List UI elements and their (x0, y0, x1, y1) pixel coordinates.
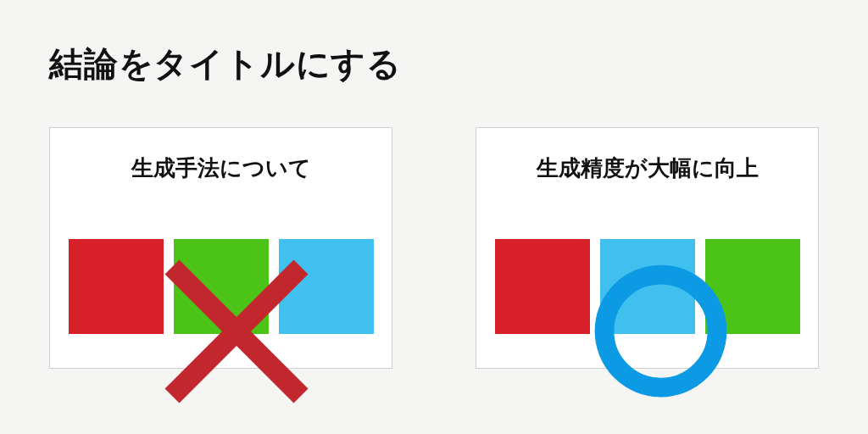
good-panel-blocks (495, 239, 800, 334)
color-block (174, 239, 269, 334)
bad-example-panel: 生成手法について (49, 127, 392, 369)
bad-panel-title: 生成手法について (50, 153, 392, 183)
slide-title: 結論をタイトルにする (49, 41, 402, 87)
good-panel-title: 生成精度が大幅に向上 (476, 153, 818, 183)
color-block (495, 239, 590, 334)
color-block (600, 239, 695, 334)
color-block (69, 239, 164, 334)
color-block (705, 239, 800, 334)
color-block (279, 239, 374, 334)
comparison-panels: 生成手法について 生成精度が大幅に向上 (49, 127, 819, 369)
good-example-panel: 生成精度が大幅に向上 (476, 127, 819, 369)
bad-panel-blocks (69, 239, 374, 334)
